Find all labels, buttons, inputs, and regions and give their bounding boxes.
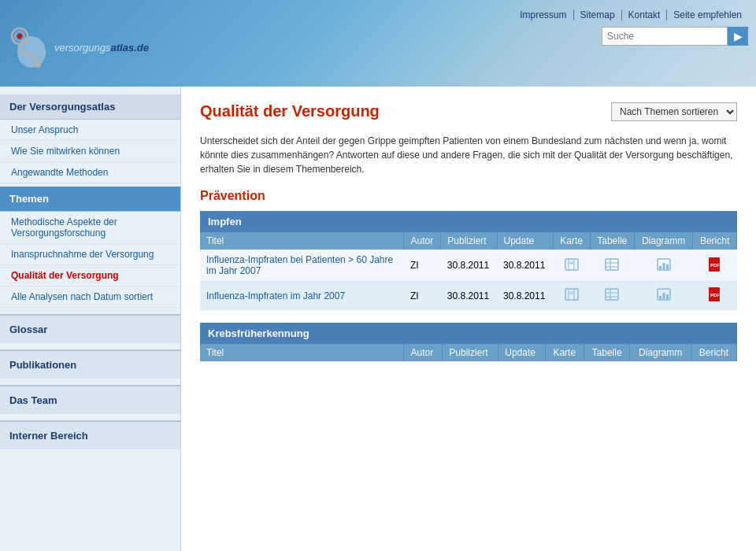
svg-point-8 bbox=[569, 261, 574, 264]
krebs-col-titel: Titel bbox=[200, 344, 404, 361]
krebs-col-autor: Autor bbox=[404, 344, 443, 361]
logo-area: versorgungsatlas.de bbox=[0, 6, 181, 73]
row2-autor: ZI bbox=[404, 282, 441, 310]
svg-rect-21 bbox=[606, 289, 618, 300]
sidebar-item-mitwirken[interactable]: Wie Sie mitwirken können bbox=[0, 141, 180, 162]
sidebar-item-publikationen[interactable]: Publikationen bbox=[0, 349, 180, 379]
sidebar-item-qualitaet[interactable]: Qualität der Versorgung bbox=[0, 265, 180, 287]
svg-text:PDF: PDF bbox=[710, 263, 720, 268]
main-layout: Der Versorgungsatlas Unser Anspruch Wie … bbox=[0, 87, 756, 551]
sidebar-item-alle-analysen[interactable]: Alle Analysen nach Datum sortiert bbox=[0, 287, 180, 308]
krebs-col-update: Update bbox=[498, 344, 546, 361]
sidebar-item-das-team[interactable]: Das Team bbox=[0, 385, 180, 414]
col-publiziert: Publiziert bbox=[441, 232, 497, 250]
nav-seite-empfehlen[interactable]: Seite empfehlen bbox=[667, 9, 748, 20]
svg-point-20 bbox=[569, 291, 574, 294]
sidebar-item-methoden[interactable]: Angewandte Methoden bbox=[0, 162, 180, 183]
col-update: Update bbox=[497, 232, 553, 250]
sidebar-section-versorgungsatlas: Der Versorgungsatlas Unser Anspruch Wie … bbox=[0, 94, 180, 183]
chart-icon[interactable] bbox=[657, 257, 671, 272]
page-title: Qualität der Versorgung bbox=[200, 102, 380, 120]
chart-icon[interactable] bbox=[657, 287, 671, 302]
logo-wrap: versorgungsatlas.de bbox=[8, 22, 149, 73]
nav-impressum[interactable]: Impressum bbox=[513, 9, 573, 20]
row1-autor: ZI bbox=[404, 250, 441, 282]
map-icon[interactable] bbox=[565, 287, 579, 302]
svg-text:PDF: PDF bbox=[710, 293, 720, 298]
row1-bericht-cell: PDF bbox=[693, 250, 737, 282]
search-button[interactable]: ▶ bbox=[728, 27, 748, 46]
nav-sitemap[interactable]: Sitemap bbox=[574, 9, 622, 20]
logo-text: versorgungsatlas.de bbox=[54, 42, 149, 54]
krebs-col-diagramm: Diagramm bbox=[630, 344, 691, 361]
row1-diagramm-cell bbox=[634, 250, 692, 282]
pdf-icon[interactable]: PDF bbox=[708, 257, 722, 272]
header: versorgungsatlas.de Impressum Sitemap Ko… bbox=[0, 0, 756, 87]
svg-point-4 bbox=[35, 61, 41, 68]
sidebar-item-anspruch[interactable]: Unser Anspruch bbox=[0, 120, 180, 141]
map-icon[interactable] bbox=[565, 257, 579, 272]
col-bericht: Bericht bbox=[693, 232, 737, 250]
svg-rect-15 bbox=[662, 263, 665, 269]
sidebar-title-themen[interactable]: Themen bbox=[0, 187, 180, 212]
row2-bericht-cell: PDF bbox=[693, 282, 737, 310]
table-icon[interactable] bbox=[605, 287, 619, 302]
col-autor: Autor bbox=[404, 232, 441, 250]
svg-point-3 bbox=[17, 34, 22, 39]
row1-titel[interactable]: Influenza-Impfraten bei Patienten > 60 J… bbox=[200, 250, 404, 282]
sort-select-wrap: Nach Themen sortieren bbox=[611, 102, 737, 121]
pdf-icon[interactable]: PDF bbox=[708, 287, 722, 302]
svg-rect-16 bbox=[666, 264, 669, 269]
section-heading-praevention: Prävention bbox=[200, 189, 737, 203]
svg-rect-26 bbox=[659, 296, 662, 299]
table-row: Influenza-Impfraten im Jahr 2007 ZI 30.8… bbox=[200, 282, 737, 310]
sidebar-section-themen: Themen Methodische Aspekte der Versorgun… bbox=[0, 187, 180, 308]
table-row: Influenza-Impfraten bei Patienten > 60 J… bbox=[200, 250, 737, 282]
search-area: ▶ bbox=[602, 27, 748, 46]
row1-karte-cell bbox=[553, 250, 590, 282]
logo-stethoscope-icon bbox=[8, 22, 51, 73]
sort-select[interactable]: Nach Themen sortieren bbox=[611, 102, 737, 121]
sidebar-item-inanspruchnahme[interactable]: Inanspruchnahme der Versorgung bbox=[0, 244, 180, 265]
row2-titel[interactable]: Influenza-Impfraten im Jahr 2007 bbox=[200, 282, 404, 310]
nav-area: Impressum Sitemap Kontakt Seite empfehle… bbox=[181, 6, 756, 46]
impfen-header: Impfen bbox=[200, 211, 737, 232]
sidebar-item-glossar[interactable]: Glossar bbox=[0, 314, 180, 343]
row2-publiziert: 30.8.2011 bbox=[441, 282, 497, 310]
impfen-table: Impfen Titel Autor Publiziert Update Kar… bbox=[200, 211, 737, 310]
svg-rect-9 bbox=[606, 259, 618, 270]
row1-tabelle-cell bbox=[590, 250, 634, 282]
table-icon[interactable] bbox=[605, 257, 619, 272]
search-input[interactable] bbox=[602, 27, 728, 46]
svg-rect-28 bbox=[666, 294, 669, 299]
description-text: Unterscheidet sich der Anteil der gegen … bbox=[200, 134, 737, 176]
row2-update: 30.8.2011 bbox=[497, 282, 553, 310]
krebs-col-karte: Karte bbox=[545, 344, 584, 361]
col-diagramm: Diagramm bbox=[634, 232, 692, 250]
krebs-col-publiziert: Publiziert bbox=[443, 344, 498, 361]
svg-rect-14 bbox=[659, 266, 662, 269]
col-tabelle: Tabelle bbox=[590, 232, 634, 250]
top-nav: Impressum Sitemap Kontakt Seite empfehle… bbox=[513, 9, 748, 20]
row2-diagramm-cell bbox=[634, 282, 692, 310]
col-karte: Karte bbox=[553, 232, 590, 250]
nav-kontakt[interactable]: Kontakt bbox=[622, 9, 668, 20]
col-titel: Titel bbox=[200, 232, 404, 250]
sidebar-title-versorgungsatlas[interactable]: Der Versorgungsatlas bbox=[0, 94, 180, 120]
sidebar: Der Versorgungsatlas Unser Anspruch Wie … bbox=[0, 87, 181, 551]
krebsfrüherkennung-table: Krebsfrüherkennung Titel Autor Publizier… bbox=[200, 323, 737, 361]
row1-update: 30.8.2011 bbox=[497, 250, 553, 282]
row2-tabelle-cell bbox=[590, 282, 634, 310]
krebs-header: Krebsfrüherkennung bbox=[200, 323, 737, 344]
krebs-col-bericht: Bericht bbox=[691, 344, 736, 361]
sidebar-item-interner-bereich[interactable]: Interner Bereich bbox=[0, 420, 180, 449]
sidebar-item-methodische[interactable]: Methodische Aspekte der Versorgungsforsc… bbox=[0, 212, 180, 244]
row1-publiziert: 30.8.2011 bbox=[441, 250, 497, 282]
row2-karte-cell bbox=[553, 282, 590, 310]
content-area: Qualität der Versorgung Nach Themen sort… bbox=[181, 87, 756, 551]
content-header: Qualität der Versorgung Nach Themen sort… bbox=[200, 102, 737, 121]
krebs-col-tabelle: Tabelle bbox=[584, 344, 630, 361]
svg-rect-27 bbox=[662, 293, 665, 299]
